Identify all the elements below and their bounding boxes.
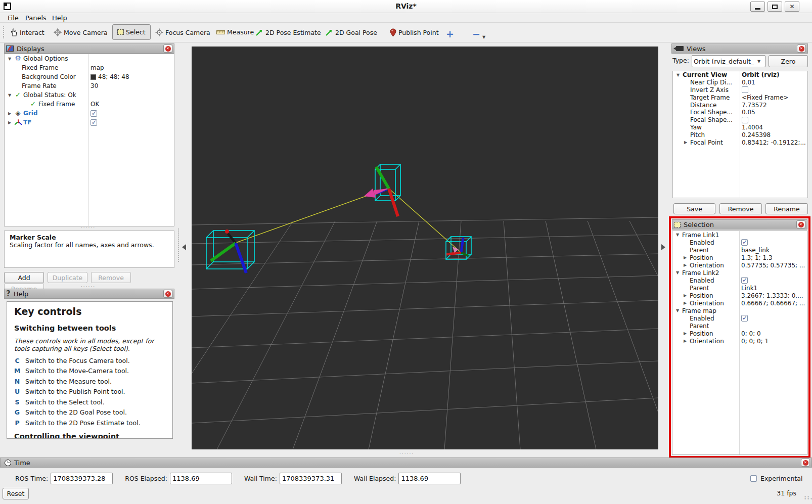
tree-row[interactable]: Enabled: [672, 277, 807, 284]
reset-button[interactable]: Reset: [3, 488, 29, 499]
tree-row[interactable]: Global Options: [5, 54, 174, 63]
zero-button[interactable]: Zero: [769, 55, 808, 67]
displays-action-button[interactable]: Add: [4, 272, 44, 283]
checkbox[interactable]: [742, 117, 748, 123]
time-panel-header[interactable]: Time: [0, 457, 812, 468]
tree-row[interactable]: Position3.2667; 1.3333; 0....: [672, 292, 807, 299]
tree-row[interactable]: Distance7.73572: [673, 101, 807, 109]
tree-row[interactable]: Target Frame<Fixed Frame>: [673, 94, 807, 101]
tree-row[interactable]: Focal Shape...: [673, 116, 807, 124]
tree-row[interactable]: Grid: [5, 109, 174, 118]
tool-2d-goal-pose[interactable]: 2D Goal Pose: [325, 28, 377, 36]
tree-row[interactable]: Focal Point0.83412; -0.19122;...: [673, 139, 807, 146]
views-panel-header[interactable]: Views: [671, 43, 808, 54]
checkbox[interactable]: [741, 239, 748, 246]
tree-row[interactable]: Global Status: Ok: [5, 90, 174, 100]
selection-panel-header[interactable]: Selection: [672, 219, 807, 230]
splitter-handle[interactable]: ······: [81, 225, 96, 231]
splitter-handle[interactable]: ······: [399, 451, 414, 456]
resize-grip[interactable]: ∙∙∙∙∙: [804, 496, 810, 502]
collapse-left-icon[interactable]: [182, 244, 186, 250]
tree-row[interactable]: Orientation0; 0; 0; 1: [672, 337, 807, 345]
tree-value[interactable]: [741, 239, 806, 246]
expander-icon[interactable]: [675, 73, 681, 77]
tree-row[interactable]: TF: [5, 118, 174, 127]
tree-value[interactable]: [742, 86, 806, 94]
tree-row[interactable]: Position1.3; 1; 1.3: [672, 254, 807, 261]
expander-icon[interactable]: [7, 120, 13, 125]
tree-row[interactable]: Fixed Framemap: [5, 63, 174, 72]
remove-view-button[interactable]: Remove: [719, 203, 762, 214]
tree-row[interactable]: Background Color48; 48; 48: [5, 72, 174, 81]
tree-row[interactable]: Frame Link2: [672, 269, 807, 277]
tree-row[interactable]: Fixed FrameOK: [5, 100, 174, 109]
collapse-right-icon[interactable]: [661, 244, 665, 250]
displays-action-button[interactable]: Remove: [91, 272, 131, 283]
checkbox[interactable]: [741, 277, 748, 284]
3d-viewport[interactable]: [192, 47, 658, 449]
tree-value[interactable]: [91, 109, 173, 118]
tree-row[interactable]: Frame Link1: [672, 231, 807, 239]
checkbox[interactable]: [742, 86, 748, 93]
tree-row[interactable]: Position0; 0; 0: [672, 330, 807, 337]
expander-icon[interactable]: [682, 339, 688, 343]
tree-row[interactable]: Parent: [672, 322, 807, 330]
tool-interact[interactable]: Interact: [10, 28, 44, 36]
tool-publish-point[interactable]: Publish Point: [390, 28, 439, 37]
tool-move-camera[interactable]: Move Camera: [54, 28, 108, 36]
menu-file[interactable]: File: [8, 14, 19, 22]
maximize-button[interactable]: [768, 2, 782, 12]
displays-panel-header[interactable]: Displays: [4, 43, 174, 54]
close-icon[interactable]: [797, 44, 806, 53]
checkbox[interactable]: [741, 315, 748, 322]
checkbox[interactable]: [91, 110, 97, 117]
expander-icon[interactable]: [674, 308, 681, 313]
tree-row[interactable]: Orientation0.57735; 0.57735; ...: [672, 261, 807, 269]
expander-icon[interactable]: [682, 331, 688, 336]
close-icon[interactable]: [801, 459, 810, 467]
tree-row[interactable]: Frame Rate30: [5, 81, 174, 90]
expander-icon[interactable]: [682, 263, 688, 267]
expander-icon[interactable]: [674, 233, 681, 237]
tree-row[interactable]: Enabled: [672, 239, 807, 246]
expander-icon[interactable]: [682, 293, 688, 298]
tree-row[interactable]: ParentLink1: [672, 284, 807, 292]
add-tool-button[interactable]: +: [446, 28, 454, 39]
time-field-input[interactable]: [51, 473, 113, 484]
tree-row[interactable]: Focal Shape...0.05: [673, 109, 807, 116]
close-icon[interactable]: [163, 290, 172, 298]
minimize-button[interactable]: [750, 2, 765, 12]
close-icon[interactable]: [163, 44, 172, 53]
tree-row[interactable]: Parentbase_link: [672, 246, 807, 254]
menu-help[interactable]: Help: [52, 14, 67, 22]
experimental-option[interactable]: Experimental: [750, 475, 802, 482]
tree-value[interactable]: [91, 118, 173, 127]
time-field-input[interactable]: [280, 473, 342, 484]
expander-icon[interactable]: [674, 270, 681, 275]
tree-value[interactable]: [741, 277, 806, 284]
tool-2d-pose-estimate[interactable]: 2D Pose Estimate: [255, 28, 321, 36]
save-view-button[interactable]: Save: [673, 203, 715, 214]
expander-icon[interactable]: [682, 301, 688, 305]
expander-icon[interactable]: [7, 93, 13, 98]
checkbox[interactable]: [750, 475, 757, 482]
expander-icon[interactable]: [682, 255, 688, 260]
expander-icon[interactable]: [7, 57, 13, 61]
tree-row[interactable]: Invert Z Axis: [673, 86, 807, 94]
view-type-dropdown[interactable]: Orbit (rviz_default_ ▼: [692, 55, 765, 67]
help-panel-header[interactable]: ? Help: [4, 289, 174, 299]
tree-value[interactable]: [741, 314, 806, 322]
tf-frame-link2[interactable]: [364, 164, 400, 216]
tree-row[interactable]: Frame map: [672, 307, 807, 314]
remove-tool-button[interactable]: − ▼: [472, 28, 485, 39]
displays-action-button[interactable]: Duplicate: [48, 272, 87, 283]
tree-row[interactable]: Orientation0.66667; 0.66667; ...: [672, 299, 807, 307]
close-icon[interactable]: [796, 220, 805, 228]
toolbar-drag-handle[interactable]: [3, 26, 5, 38]
expander-icon[interactable]: [683, 140, 689, 145]
tree-row[interactable]: Pitch0.245398: [673, 131, 807, 139]
menu-panels[interactable]: Panels: [25, 14, 47, 22]
tree-row[interactable]: Yaw1.4004: [673, 124, 807, 131]
tool-focus-camera[interactable]: Focus Camera: [155, 28, 210, 36]
tf-frame-link1[interactable]: [206, 230, 254, 273]
